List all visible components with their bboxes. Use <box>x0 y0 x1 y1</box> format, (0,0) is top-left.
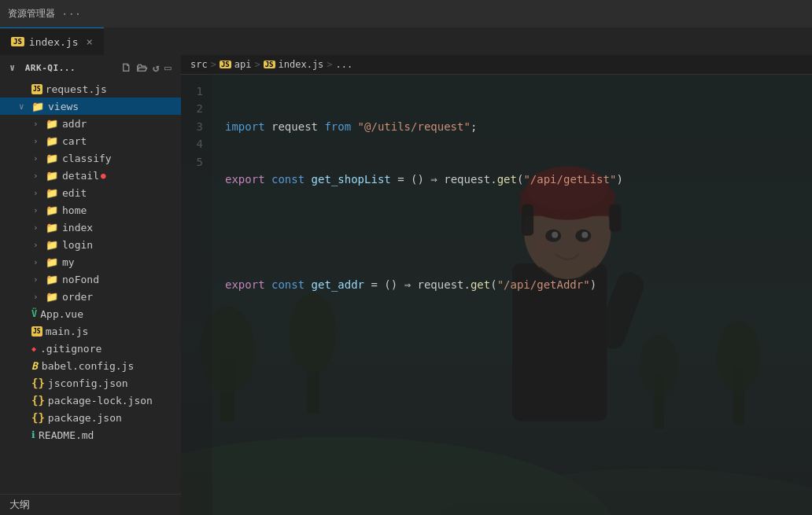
babel-icon: B <box>31 360 38 372</box>
tab-filename: index.js <box>29 36 79 48</box>
breadcrumb-sep3: > <box>327 59 332 70</box>
item-label: package-lock.json <box>48 395 153 406</box>
sidebar-tree: JS request.js ∨ 📁 views › 📁 addr › <box>0 80 181 494</box>
breadcrumb-src: src <box>190 59 208 70</box>
tree-item-order[interactable]: › 📁 order <box>0 288 181 305</box>
expand-arrow: › <box>33 171 42 181</box>
breadcrumb-file: index.js <box>279 59 324 70</box>
tab-close-button[interactable]: × <box>86 35 92 48</box>
sidebar: ∨ ARK-QI... 🗋 🗁 ↺ ▭ JS request.js <box>0 55 181 515</box>
folder-icon: 📁 <box>46 135 58 147</box>
folder-icon: 📁 <box>46 170 58 182</box>
expand-arrow: › <box>33 119 42 129</box>
breadcrumb: src > JS api > JS index.js > ... <box>181 55 812 75</box>
tree-item-my[interactable]: › 📁 my <box>0 253 181 270</box>
tree-item-addr[interactable]: › 📁 addr <box>0 115 181 132</box>
expand-arrow: › <box>33 257 42 267</box>
item-label: README.md <box>39 429 94 441</box>
tree-item-nofond[interactable]: › 📁 noFond <box>0 270 181 288</box>
folder-icon: 📁 <box>46 274 58 285</box>
folder-icon: 📁 <box>46 291 58 303</box>
breadcrumb-sep2: > <box>254 59 260 70</box>
error-indicator: ● <box>101 171 106 181</box>
expand-arrow: ∨ <box>19 101 28 112</box>
tree-item-home[interactable]: › 📁 home <box>0 201 181 219</box>
sidebar-root-label: ∨ ARK-QI... <box>9 62 76 73</box>
app-container: 资源管理器 ··· JS index.js × ∨ ARK-QI... 🗋 🗁 … <box>0 0 812 515</box>
new-file-icon[interactable]: 🗋 <box>120 61 132 74</box>
tree-item-detail[interactable]: › 📁 detail ● <box>0 167 181 184</box>
expand-arrow: › <box>33 153 42 164</box>
tree-item-package-lock[interactable]: {} package-lock.json <box>0 392 181 409</box>
code-line-3 <box>225 223 799 241</box>
item-label: login <box>62 239 93 251</box>
expand-arrow: › <box>33 136 42 146</box>
tree-item-babel[interactable]: B babel.config.js <box>0 357 181 374</box>
collapse-icon[interactable]: ▭ <box>164 61 172 74</box>
item-label: App.vue <box>40 308 83 320</box>
new-folder-icon[interactable]: 🗁 <box>136 61 148 74</box>
git-icon: ◆ <box>31 344 36 353</box>
tree-item-edit[interactable]: › 📁 edit <box>0 184 181 201</box>
json-badge: {} <box>31 394 45 406</box>
item-label: addr <box>62 118 87 130</box>
folder-icon: 📁 <box>46 239 58 251</box>
tree-item-main-js[interactable]: JS main.js <box>0 322 181 340</box>
editor-area[interactable]: 1 2 3 4 5 import request from "@/utils/r… <box>181 75 812 515</box>
js-icon: JS <box>11 37 24 46</box>
tree-item-app-vue[interactable]: V̈ App.vue <box>0 305 181 322</box>
code-editor[interactable]: 1 2 3 4 5 import request from "@/utils/r… <box>181 75 812 515</box>
json-badge: {} <box>31 411 45 424</box>
bottom-label: 大纲 <box>0 494 181 515</box>
item-label: request.js <box>46 83 107 95</box>
item-label: noFond <box>62 274 99 285</box>
info-icon: ℹ <box>31 429 35 440</box>
tree-item-package[interactable]: {} package.json <box>0 409 181 426</box>
expand-arrow: › <box>33 274 42 285</box>
tree-item-views[interactable]: ∨ 📁 views <box>0 97 181 115</box>
tree-item-gitignore[interactable]: ◆ .gitignore <box>0 340 181 357</box>
folder-icon: 📁 <box>46 204 58 216</box>
item-label: package.json <box>48 412 122 424</box>
expand-arrow: › <box>33 292 42 302</box>
main-layout: ∨ ARK-QI... 🗋 🗁 ↺ ▭ JS request.js <box>0 55 812 515</box>
item-label: babel.config.js <box>42 360 134 372</box>
editor-container: src > JS api > JS index.js > ... <box>181 55 812 515</box>
tree-item-classify[interactable]: › 📁 classify <box>0 149 181 167</box>
item-label: cart <box>62 135 87 147</box>
title-dots: ··· <box>61 8 81 20</box>
breadcrumb-sep1: > <box>211 59 216 70</box>
line-numbers: 1 2 3 4 5 <box>181 75 212 515</box>
vue-badge: V̈ <box>31 308 37 319</box>
tab-index-js[interactable]: JS index.js × <box>0 28 104 55</box>
item-label: views <box>48 101 79 112</box>
sidebar-toolbar: 🗋 🗁 ↺ ▭ <box>120 61 172 74</box>
tree-item-cart[interactable]: › 📁 cart <box>0 132 181 149</box>
tab-bar: JS index.js × <box>0 28 812 55</box>
expand-arrow: › <box>33 205 42 215</box>
item-label: home <box>62 204 87 216</box>
title-bar: 资源管理器 ··· <box>0 0 812 28</box>
js-badge: JS <box>31 326 42 337</box>
folder-icon: 📁 <box>46 153 58 164</box>
tree-item-request-js[interactable]: JS request.js <box>0 80 181 97</box>
item-label: index <box>62 222 93 234</box>
code-line-2: export const get_shopList = () ⇒ request… <box>225 171 799 188</box>
tree-item-index[interactable]: › 📁 index <box>0 219 181 236</box>
item-label: my <box>62 256 75 268</box>
item-label: jsconfig.json <box>48 377 128 389</box>
code-line-1: import request from "@/utils/request"; <box>225 118 799 135</box>
breadcrumb-api: api <box>234 59 252 70</box>
tree-item-readme[interactable]: ℹ README.md <box>0 426 181 443</box>
code-content[interactable]: import request from "@/utils/request"; e… <box>212 75 812 515</box>
folder-icon: 📁 <box>46 118 58 130</box>
refresh-icon[interactable]: ↺ <box>153 61 160 74</box>
breadcrumb-js-icon: JS <box>220 61 231 68</box>
js-badge: JS <box>31 84 42 94</box>
tree-item-jsconfig[interactable]: {} jsconfig.json <box>0 374 181 392</box>
breadcrumb-js-icon2: JS <box>264 61 275 68</box>
folder-icon: 📁 <box>46 187 58 199</box>
code-line-4: export const get_addr = () ⇒ request.get… <box>225 276 799 293</box>
tree-item-login[interactable]: › 📁 login <box>0 236 181 253</box>
json-badge: {} <box>31 377 45 389</box>
